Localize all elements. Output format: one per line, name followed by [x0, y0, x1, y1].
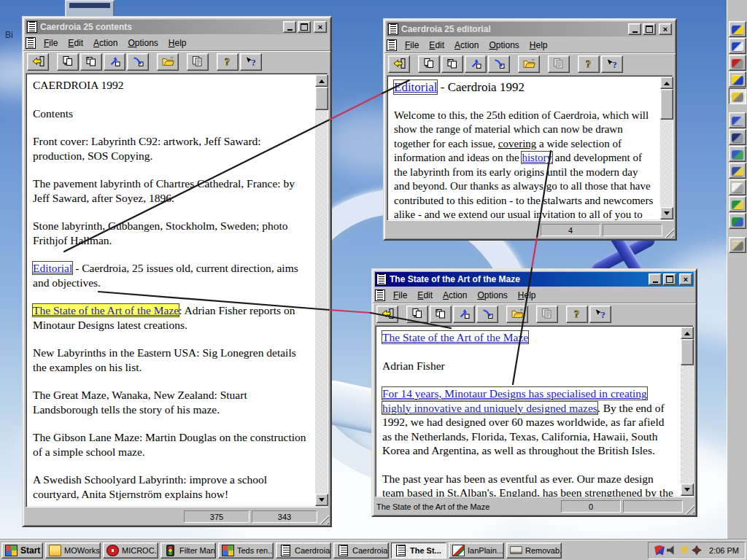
- menu-file[interactable]: File: [39, 36, 63, 50]
- plugin-icon[interactable]: [692, 545, 702, 556]
- minimize-button[interactable]: [628, 23, 641, 35]
- open-folder-button[interactable]: [157, 53, 179, 71]
- copy-down-button[interactable]: [406, 306, 428, 323]
- maximize-button[interactable]: [663, 273, 676, 285]
- messenger-icon[interactable]: [679, 545, 689, 556]
- scroll-up-button[interactable]: [315, 74, 328, 87]
- context-help-button[interactable]: ?: [601, 55, 623, 73]
- taskbar-button-ianplain-[interactable]: IanPlain....: [449, 542, 504, 559]
- taskbar-button-microc-[interactable]: MICROC...: [103, 542, 158, 559]
- launcher-disk-swap-button[interactable]: [729, 146, 746, 162]
- close-button[interactable]: ×: [314, 21, 327, 33]
- launcher-books-button[interactable]: [729, 112, 746, 128]
- jump-forward-button[interactable]: [488, 55, 510, 73]
- titlebar[interactable]: Caerdroia 25 contents ×: [26, 20, 328, 34]
- launcher-scanner-button[interactable]: [729, 129, 746, 145]
- menu-action[interactable]: Action: [438, 289, 472, 302]
- launcher-satchel-button[interactable]: [729, 179, 746, 195]
- menu-options[interactable]: Options: [123, 36, 163, 50]
- exit-button[interactable]: [376, 306, 398, 323]
- taskbar-button-moworks[interactable]: MOWorks: [45, 542, 101, 559]
- minimize-button[interactable]: [283, 21, 296, 33]
- scroll-down-button[interactable]: [681, 483, 694, 496]
- desktop-icon-label[interactable]: Bi: [5, 30, 13, 40]
- context-help-button[interactable]: ?: [589, 306, 611, 323]
- scroll-up-button[interactable]: [681, 327, 694, 339]
- start-button[interactable]: Start: [1, 542, 43, 559]
- menu-options[interactable]: Options: [484, 39, 524, 52]
- copy-pages-button[interactable]: [548, 55, 570, 73]
- maximize-button[interactable]: [298, 21, 311, 33]
- taskbar-button-caerdroia-[interactable]: Caerdroia...: [333, 542, 389, 559]
- jump-back-button[interactable]: [104, 53, 125, 71]
- menu-help[interactable]: Help: [525, 39, 553, 52]
- menu-help[interactable]: Help: [163, 36, 192, 50]
- resize-grip[interactable]: [320, 515, 329, 524]
- page-icon[interactable]: [26, 37, 36, 49]
- shield-icon[interactable]: [654, 545, 665, 556]
- launcher-disk-f-button[interactable]: [729, 213, 746, 229]
- speaker-icon[interactable]: [667, 545, 677, 556]
- help-button[interactable]: ?: [217, 53, 239, 71]
- close-button[interactable]: ×: [679, 273, 692, 285]
- launcher-horseshoe-button[interactable]: [729, 38, 746, 54]
- help-button[interactable]: ?: [578, 55, 600, 73]
- minimize-button[interactable]: [649, 273, 662, 285]
- copy-pages-button[interactable]: [187, 53, 209, 71]
- vertical-scrollbar[interactable]: [660, 77, 672, 219]
- titlebar[interactable]: Caerdroia 25 editorial ×: [387, 22, 673, 36]
- menu-edit[interactable]: Edit: [412, 289, 438, 302]
- menu-edit[interactable]: Edit: [63, 36, 88, 50]
- launcher-camera-button[interactable]: [729, 163, 746, 179]
- hyperlink-state-of-the-art[interactable]: The State of the Art of the Maze: [33, 304, 179, 316]
- taskbar-button-teds-ren-[interactable]: Teds ren...: [218, 542, 274, 559]
- copy-down-button[interactable]: [57, 53, 79, 71]
- scrollbar-thumb[interactable]: [315, 87, 328, 110]
- open-folder-button[interactable]: [506, 306, 528, 323]
- copy-question-button[interactable]: [441, 55, 463, 73]
- hyperlink-editorial[interactable]: Editorial: [394, 80, 437, 94]
- help-button[interactable]: ?: [566, 306, 588, 323]
- jump-forward-button[interactable]: [476, 306, 498, 323]
- vertical-scrollbar[interactable]: [681, 327, 692, 496]
- launcher-disk-n-button[interactable]: [729, 196, 746, 212]
- page-icon[interactable]: [375, 289, 385, 301]
- titlebar[interactable]: The State of the Art of the Maze ×: [375, 272, 694, 287]
- scrollbar-thumb[interactable]: [660, 89, 673, 120]
- hyperlink-history[interactable]: history: [522, 152, 552, 163]
- menu-edit[interactable]: Edit: [424, 39, 449, 52]
- scroll-down-button[interactable]: [660, 207, 673, 219]
- menu-action[interactable]: Action: [449, 39, 484, 52]
- taskbar-button-removab-[interactable]: Removab...: [506, 542, 562, 559]
- jump-back-button[interactable]: [465, 55, 487, 73]
- exit-button[interactable]: [27, 53, 49, 71]
- taskbar-button-filter-man-[interactable]: Filter Man...: [160, 542, 216, 559]
- copy-down-button[interactable]: [418, 55, 440, 73]
- copy-question-button[interactable]: [430, 306, 452, 323]
- menu-file[interactable]: File: [400, 39, 424, 52]
- resize-grip[interactable]: [685, 505, 694, 514]
- copy-question-button[interactable]: [80, 53, 102, 71]
- close-button[interactable]: ×: [659, 23, 672, 35]
- scroll-up-button[interactable]: [660, 77, 673, 89]
- menu-options[interactable]: Options: [472, 289, 512, 302]
- maximize-button[interactable]: [643, 23, 656, 35]
- menu-file[interactable]: File: [388, 289, 412, 302]
- exit-button[interactable]: [388, 55, 410, 73]
- hyperlink-state-of-the-art[interactable]: The State of the Art of the Maze: [382, 331, 528, 343]
- menu-help[interactable]: Help: [513, 289, 541, 302]
- menu-action[interactable]: Action: [88, 36, 123, 50]
- launcher-bug-button[interactable]: [729, 21, 746, 37]
- vertical-scrollbar[interactable]: [315, 74, 327, 506]
- open-folder-button[interactable]: [518, 55, 540, 73]
- taskbar-button-caerdroia-[interactable]: Caerdroia...: [276, 542, 331, 559]
- jump-back-button[interactable]: [453, 306, 475, 323]
- launcher-stapler-button[interactable]: [729, 55, 746, 71]
- hyperlink-editorial[interactable]: Editorial: [33, 262, 72, 274]
- page-icon[interactable]: [387, 39, 397, 51]
- jump-forward-button[interactable]: [127, 53, 149, 71]
- resize-grip[interactable]: [665, 228, 674, 238]
- copy-pages-button[interactable]: [536, 306, 558, 323]
- scrollbar-thumb[interactable]: [681, 339, 694, 365]
- scroll-down-button[interactable]: [315, 494, 328, 506]
